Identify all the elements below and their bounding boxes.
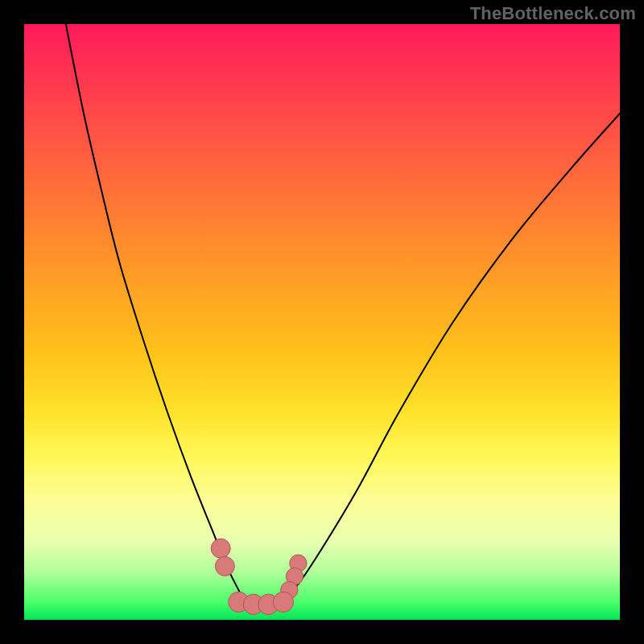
- series-right-curve: [280, 114, 620, 602]
- series-left-curve: [66, 24, 245, 602]
- marker-left-marker-lower: [215, 556, 234, 576]
- marker-floor-right: [273, 592, 293, 612]
- plot-area: [24, 24, 620, 620]
- chart-root: TheBottleneck.com: [0, 0, 644, 644]
- watermark-text: TheBottleneck.com: [470, 3, 636, 24]
- markers-group: [211, 539, 307, 614]
- chart-svg: [24, 24, 620, 620]
- curves-group: [66, 24, 620, 605]
- marker-left-marker-upper: [211, 539, 230, 558]
